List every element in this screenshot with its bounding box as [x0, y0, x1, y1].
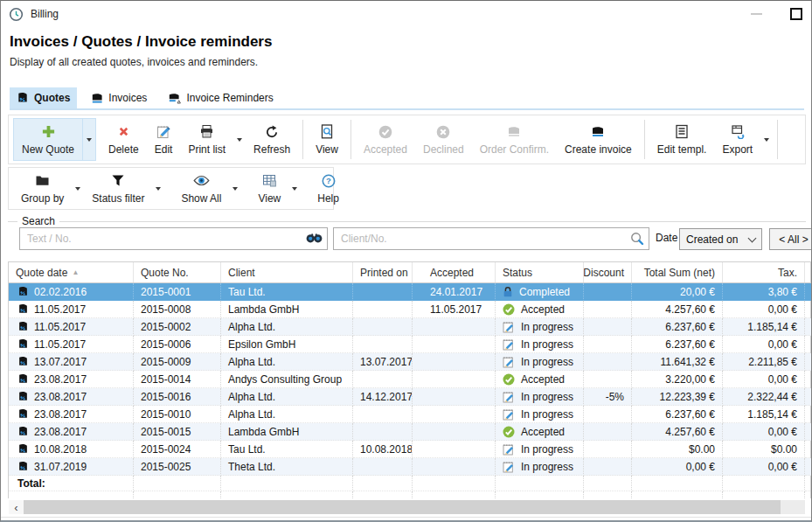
table-row[interactable]: 10.08.20182015-0024Tau Ltd.10.08.2018In … [9, 441, 810, 458]
column-header-client[interactable]: Client [221, 262, 353, 282]
status-cell: In progress [496, 336, 584, 353]
table-row[interactable]: 23.08.20172015-0010Alpha Ltd.In progress… [9, 406, 810, 423]
column-header-printed-on[interactable]: Printed on [353, 262, 413, 282]
clock-icon [9, 7, 24, 22]
print-list-dropdown[interactable] [233, 118, 246, 161]
tab-quotes[interactable]: Quotes [10, 87, 77, 108]
group-by-button[interactable]: Group by [13, 171, 72, 206]
create-invoice-button[interactable]: Create invoice [557, 118, 640, 161]
maximize-icon[interactable] [790, 8, 802, 20]
show-all-button[interactable]: Show All [173, 171, 229, 206]
table-row[interactable]: 11.05.20172015-0006Epsilon GmbHIn progre… [9, 336, 810, 353]
row-spacer-cell [805, 423, 812, 441]
client-search-input[interactable] [333, 227, 649, 250]
scrollbar-thumb[interactable] [24, 500, 781, 514]
tab-invoice-reminders[interactable]: Invoice Reminders [161, 87, 280, 108]
table-row[interactable]: 23.08.20172015-0015Lambda GmbHAccepted4.… [9, 423, 810, 441]
edit-button[interactable]: Edit [147, 118, 181, 161]
table-row[interactable]: 02.02.20162015-0001Tau Ltd.24.01.2017Com… [9, 283, 810, 301]
accepted-cell [413, 441, 496, 458]
scroll-left-button[interactable]: ‹ [9, 500, 24, 514]
group-by-dropdown[interactable] [72, 171, 84, 206]
column-header-quote-no[interactable]: Quote No. [134, 262, 221, 282]
column-label: Discount [584, 267, 624, 279]
status-pencil-icon [503, 321, 515, 333]
quote-date-value: 11.05.2017 [34, 338, 86, 351]
client-cell: Tau Ltd. [221, 283, 353, 301]
total-sum-cell: 12.223,39 € [632, 388, 723, 406]
status-filter-dropdown[interactable] [152, 171, 164, 206]
minimize-icon[interactable] [751, 13, 762, 15]
filler-cell [9, 491, 134, 498]
help-button[interactable]: ? Help [309, 171, 347, 206]
help-icon: ? [322, 172, 336, 189]
status-filter-button[interactable]: Status filter [84, 171, 152, 206]
column-header-quote-date[interactable]: Quote date▲ [9, 262, 134, 282]
quote-no-cell: 2015-0001 [134, 283, 221, 301]
total-quote-no-cell [134, 476, 221, 491]
row-spacer-cell [805, 371, 812, 388]
total-label-cell: Total: [9, 476, 134, 491]
filler-cell [805, 491, 812, 498]
discount-cell [584, 441, 632, 458]
print-list-button[interactable]: Print list [180, 118, 233, 161]
table-row[interactable]: 23.08.20172015-0014Andys Consulting Grou… [9, 371, 810, 388]
total-sum-cell: 3.220,00 € [632, 371, 723, 388]
edit-template-label: Edit templ. [657, 143, 707, 156]
quote-document-icon [17, 373, 29, 385]
view-mode-dropdown[interactable] [288, 171, 301, 206]
quote-no-cell: 2015-0010 [134, 406, 221, 423]
quote-document-icon [17, 321, 29, 332]
view-mode-button[interactable]: View [250, 171, 288, 206]
column-label: Accepted [430, 267, 474, 279]
accepted-cell: 11.05.2017 [413, 301, 496, 318]
column-header-total-sum-net[interactable]: Total Sum (net) [632, 262, 723, 282]
column-header-accepted[interactable]: Accepted [413, 262, 496, 282]
status-pencil-icon [503, 408, 515, 421]
table-row[interactable]: 11.05.20172015-0002Alpha Ltd.In progress… [9, 318, 810, 336]
new-quote-dropdown[interactable] [82, 119, 95, 160]
eye-icon [193, 172, 210, 189]
table-row[interactable]: 13.07.20172015-0009Alpha Ltd.13.07.2017I… [9, 353, 810, 371]
status-cell: In progress [496, 458, 584, 476]
refresh-button[interactable]: Refresh [246, 118, 298, 161]
view-button[interactable]: View [308, 118, 346, 161]
quote-date-cell: 23.08.2017 [9, 371, 134, 388]
table-row[interactable]: 31.07.20192015-0025Theta Ltd.In progress… [9, 458, 810, 476]
export-dropdown[interactable] [760, 118, 773, 161]
tab-invoices[interactable]: Invoices [84, 87, 154, 108]
text-search-field-wrap [19, 227, 328, 250]
sort-ascending-icon: ▲ [72, 268, 79, 276]
horizontal-scrollbar[interactable]: ‹ [9, 500, 805, 514]
toolbar-separator [644, 120, 645, 159]
quote-date-value: 23.08.2017 [34, 391, 87, 403]
date-field-select[interactable]: Created on [679, 228, 762, 250]
new-quote-button[interactable]: New Quote [14, 119, 82, 160]
edit-template-button[interactable]: Edit templ. [649, 118, 715, 161]
total-accepted-cell [413, 476, 496, 491]
delete-button[interactable]: Delete [101, 118, 147, 161]
table-row[interactable]: 23.08.20172015-0016Alpha Ltd.14.12.2017I… [9, 388, 810, 406]
printed-on-cell [353, 423, 413, 441]
show-all-dropdown[interactable] [229, 171, 241, 206]
printed-on-cell: 13.07.2017 [353, 353, 413, 371]
quote-document-icon [17, 303, 29, 315]
quote-date-cell: 10.08.2018 [9, 441, 134, 458]
date-range-button[interactable]: < All > [769, 228, 812, 250]
create-invoice-icon [591, 123, 605, 140]
accepted-cell [413, 318, 496, 336]
column-header-discount[interactable]: Discount [584, 262, 632, 282]
discount-cell [584, 458, 632, 476]
status-value: In progress [521, 443, 573, 456]
filler-cell [221, 491, 353, 498]
bottom-divider [1, 517, 811, 518]
text-search-input[interactable] [19, 227, 328, 250]
table-row[interactable]: 11.05.20172015-0008Lambda GmbH11.05.2017… [9, 301, 810, 318]
date-range-value: < All > [779, 233, 808, 246]
column-header-status[interactable]: Status [496, 262, 584, 282]
printer-icon [199, 123, 214, 140]
status-cell: Accepted [496, 371, 584, 388]
column-header-tax[interactable]: Tax. [723, 262, 805, 282]
total-sum-cell: 0,00 € [632, 458, 723, 476]
export-button[interactable]: Export [714, 118, 760, 161]
